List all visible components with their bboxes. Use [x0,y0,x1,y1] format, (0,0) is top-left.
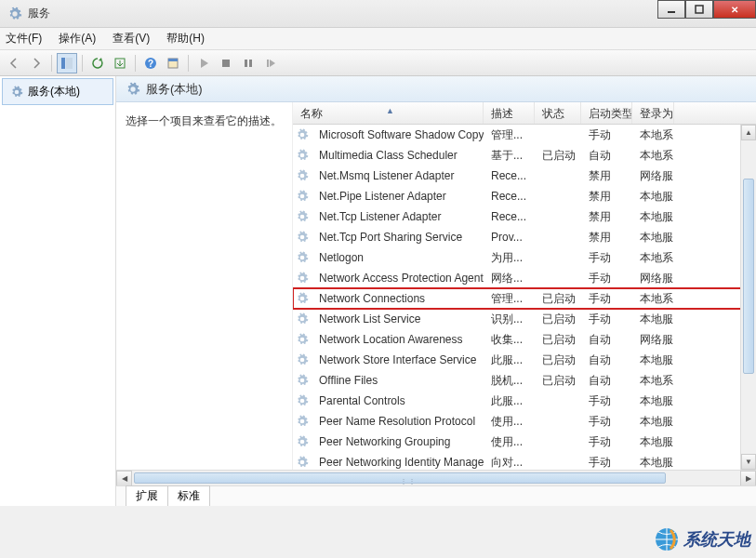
properties-button[interactable] [163,53,183,73]
service-status: 已启动 [535,148,581,164]
menu-action[interactable]: 操作(A) [59,31,96,46]
service-row[interactable]: Offline Files脱机...已启动自动本地系 [293,370,756,391]
scroll-right-button[interactable]: ▶ [740,471,756,486]
service-desc: 此服... [484,393,535,409]
service-logon: 网络服 [632,332,674,348]
service-desc: 识别... [484,312,535,327]
service-desc: Prov... [484,231,535,244]
service-gear-icon [293,169,312,182]
column-headers: 名称▲ 描述 状态 启动类型 登录为 [293,102,756,125]
service-desc: 脱机... [484,373,535,389]
service-desc: 管理... [484,291,535,307]
forward-button[interactable] [26,53,46,73]
services-list: 名称▲ 描述 状态 启动类型 登录为 Microsoft Software Sh… [293,102,756,470]
maximize-button[interactable] [685,0,713,19]
service-gear-icon [293,210,312,223]
column-logon[interactable]: 登录为 [632,102,674,124]
description-prompt: 选择一个项目来查看它的描述。 [126,114,282,127]
service-desc: 管理... [484,127,535,143]
service-row[interactable]: Net.Tcp Listener AdapterRece...禁用本地服 [293,206,756,227]
restart-service-button[interactable] [260,53,281,73]
scrollbar-thumb-h[interactable]: ⋮⋮ [134,472,666,484]
service-logon: 本地系 [632,250,674,266]
start-service-button[interactable] [193,53,214,73]
service-logon: 本地系 [632,127,674,143]
service-startup: 手动 [581,312,632,327]
service-row[interactable]: Multimedia Class Scheduler基于...已启动自动本地系 [293,145,756,166]
service-desc: 网络... [484,271,535,286]
service-row[interactable]: Netlogon为用...手动本地系 [293,247,756,268]
service-startup: 自动 [581,148,632,164]
watermark-text: 系统天地 [683,528,750,551]
toolbar: ? [0,50,756,76]
tab-extended[interactable]: 扩展 [126,485,168,506]
column-startup-type[interactable]: 启动类型 [581,102,632,124]
service-startup: 手动 [581,414,632,430]
svg-rect-8 [168,59,178,61]
service-row[interactable]: Network List Service识别...已启动手动本地服 [293,309,756,329]
column-description[interactable]: 描述 [484,102,535,124]
svg-rect-10 [245,60,247,67]
service-name: Peer Networking Identity Manager [312,456,484,469]
service-row[interactable]: Parental Controls此服...手动本地服 [293,391,756,411]
service-startup: 手动 [581,455,632,471]
service-row[interactable]: Peer Networking Identity Manager向对...手动本… [293,452,756,470]
service-name: Netlogon [312,251,484,264]
back-button[interactable] [4,53,24,73]
service-desc: 此服... [484,352,535,368]
service-row[interactable]: Network Location Awareness收集...已启动自动网络服 [293,329,756,350]
horizontal-scrollbar[interactable]: ◀ ⋮⋮ ▶ [116,470,756,485]
service-startup: 手动 [581,434,632,450]
show-hide-tree-button[interactable] [57,53,77,73]
export-list-button[interactable] [110,53,130,73]
service-gear-icon [293,231,312,244]
close-button[interactable]: ✕ [713,0,756,19]
vertical-scrollbar[interactable]: ▲ ▼ [740,125,756,470]
menu-view[interactable]: 查看(V) [113,31,150,46]
service-desc: 使用... [484,414,535,430]
service-name: Offline Files [312,374,484,387]
pause-service-button[interactable] [238,53,259,73]
scrollbar-thumb[interactable] [743,179,754,374]
column-name[interactable]: 名称▲ [293,102,484,124]
service-desc: 为用... [484,250,535,266]
service-row[interactable]: Network Store Interface Service此服...已启动自… [293,350,756,370]
service-row[interactable]: Net.Tcp Port Sharing ServiceProv...禁用本地服 [293,227,756,247]
service-name: Net.Msmq Listener Adapter [312,169,484,182]
help-button[interactable]: ? [140,53,161,73]
tab-standard[interactable]: 标准 [167,485,210,506]
scroll-down-button[interactable]: ▼ [741,454,756,470]
service-row[interactable]: Network Access Protection Agent网络...手动网络… [293,268,756,288]
service-name: Net.Tcp Port Sharing Service [312,231,484,244]
stop-service-button[interactable] [216,53,236,73]
refresh-button[interactable] [87,53,108,73]
service-logon: 本地服 [632,414,674,430]
service-logon: 网络服 [632,271,674,286]
service-row[interactable]: Microsoft Software Shadow Copy ...管理...手… [293,125,756,145]
service-gear-icon [293,415,312,428]
tree-item-services-local[interactable]: 服务(本地) [2,78,113,105]
scroll-up-button[interactable]: ▲ [741,125,756,140]
service-startup: 禁用 [581,209,632,225]
service-status: 已启动 [535,332,581,348]
service-status: 已启动 [535,352,581,368]
service-row[interactable]: Peer Name Resolution Protocol使用...手动本地服 [293,411,756,432]
service-row[interactable]: Network Connections管理...已启动手动本地系 [293,288,756,309]
service-logon: 本地服 [632,352,674,368]
menu-file[interactable]: 文件(F) [6,31,42,46]
watermark: 系统天地 [654,526,750,552]
scroll-left-button[interactable]: ◀ [116,471,132,486]
service-row[interactable]: Net.Msmq Listener AdapterRece...禁用网络服 [293,166,756,186]
minimize-button[interactable] [657,0,685,19]
column-status[interactable]: 状态 [535,102,581,124]
service-logon: 本地系 [632,373,674,389]
service-name: Microsoft Software Shadow Copy ... [312,128,484,141]
sort-indicator-icon: ▲ [386,106,394,115]
service-row[interactable]: Peer Networking Grouping使用...手动本地服 [293,432,756,452]
service-row[interactable]: Net.Pipe Listener AdapterRece...禁用本地服 [293,186,756,206]
menu-help[interactable]: 帮助(H) [166,31,205,46]
service-gear-icon [293,128,312,141]
service-logon: 本地系 [632,291,674,307]
service-status: 已启动 [535,291,581,307]
service-name: Peer Name Resolution Protocol [312,415,484,428]
